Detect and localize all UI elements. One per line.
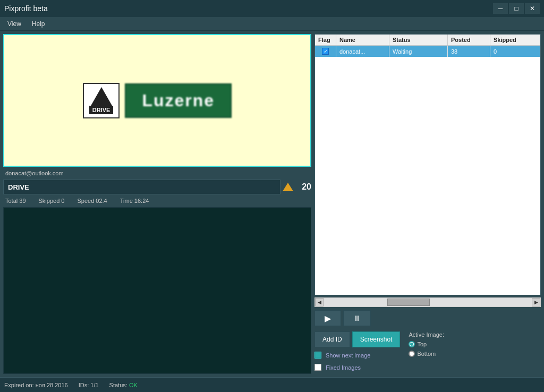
image-preview-inner: DRIVE Luzerne xyxy=(4,35,310,166)
row-checkbox[interactable]: ✓ xyxy=(322,48,329,55)
show-next-label: Show next image xyxy=(326,352,370,359)
luzerne-sign: Luzerne xyxy=(125,83,232,118)
table-row[interactable]: ✓ donacat... Waiting 38 0 xyxy=(315,46,540,57)
title-bar-controls: ─ □ ✕ xyxy=(493,3,540,14)
bottom-controls: Add ID Screenshot Show next image Fixed … xyxy=(314,329,541,374)
show-next-option: Show next image xyxy=(314,351,400,360)
radio-top-row[interactable]: Top xyxy=(409,341,444,347)
radio-bottom-label: Bottom xyxy=(417,351,436,357)
fixed-images-label: Fixed Images xyxy=(326,364,361,371)
email-label: donacat@outlook.com xyxy=(3,169,311,177)
pause-button[interactable]: ⏸ xyxy=(343,310,371,326)
scrollbar-thumb[interactable] xyxy=(387,299,430,306)
play-button[interactable]: ▶ xyxy=(314,310,341,326)
row-name: donacat... xyxy=(336,46,389,57)
col-flag: Flag xyxy=(315,35,336,45)
dark-preview xyxy=(3,207,311,374)
triangle-icon xyxy=(91,87,112,106)
horizontal-scrollbar[interactable]: ◀ ▶ xyxy=(314,297,541,307)
col-name: Name xyxy=(336,35,389,45)
menu-help[interactable]: Help xyxy=(28,19,49,29)
menu-bar: View Help xyxy=(0,17,544,31)
status-label: Status: OK xyxy=(109,382,138,388)
speed-stat: Speed 02.4 xyxy=(77,198,107,204)
drive-input[interactable] xyxy=(3,180,280,194)
active-image-label: Active Image: xyxy=(409,331,444,338)
table-body: ✓ donacat... Waiting 38 0 xyxy=(315,46,540,295)
scroll-right-arrow[interactable]: ▶ xyxy=(532,298,540,306)
triangle-up-icon[interactable] xyxy=(283,183,293,191)
button-group: Add ID Screenshot Show next image Fixed … xyxy=(314,331,400,372)
app-title: Pixprofit beta xyxy=(4,4,48,13)
fixed-images-option: Fixed Images xyxy=(314,363,400,372)
input-row: 20 xyxy=(3,180,311,194)
main-layout: DRIVE Luzerne donacat@outlook.com 20 Tot… xyxy=(0,31,544,377)
action-buttons: Add ID Screenshot xyxy=(314,331,400,347)
left-panel: DRIVE Luzerne donacat@outlook.com 20 Tot… xyxy=(3,34,311,374)
stats-row: Total 39 Skipped 0 Speed 02.4 Time 16:24 xyxy=(3,197,311,205)
status-value: OK xyxy=(129,382,138,388)
menu-view[interactable]: View xyxy=(3,19,26,29)
total-stat: Total 39 xyxy=(5,198,26,204)
col-posted: Posted xyxy=(448,35,490,45)
fixed-images-checkbox[interactable] xyxy=(314,364,321,371)
radio-bottom-icon[interactable] xyxy=(409,351,415,357)
col-status: Status xyxy=(389,35,448,45)
playback-controls: ▶ ⏸ xyxy=(314,309,541,327)
right-panel: Flag Name Status Posted Skipped ✓ donaca… xyxy=(314,34,541,374)
row-skipped: 0 xyxy=(490,46,540,57)
drive-sign-text: DRIVE xyxy=(89,106,114,114)
add-id-button[interactable]: Add ID xyxy=(314,331,350,347)
maximize-button[interactable]: □ xyxy=(509,3,524,14)
ids-label: IDs: 1/1 xyxy=(79,382,99,388)
row-posted: 38 xyxy=(448,46,490,57)
drive-sign: DRIVE xyxy=(83,83,120,118)
close-button[interactable]: ✕ xyxy=(525,3,540,14)
data-table: Flag Name Status Posted Skipped ✓ donaca… xyxy=(314,34,541,295)
expired-label: Expired on: ноя 28 2016 xyxy=(4,382,68,388)
screenshot-button[interactable]: Screenshot xyxy=(352,331,401,347)
radio-top-label: Top xyxy=(417,341,427,347)
status-bar: Expired on: ноя 28 2016 IDs: 1/1 Status:… xyxy=(0,377,544,392)
scroll-left-arrow[interactable]: ◀ xyxy=(315,298,324,306)
image-preview: DRIVE Luzerne xyxy=(3,34,311,167)
title-bar-left: Pixprofit beta xyxy=(4,4,48,13)
row-flag: ✓ xyxy=(315,46,336,57)
skipped-stat: Skipped 0 xyxy=(39,198,65,204)
radio-bottom-row[interactable]: Bottom xyxy=(409,351,444,357)
minimize-button[interactable]: ─ xyxy=(493,3,508,14)
active-image-panel: Active Image: Top Bottom xyxy=(409,331,444,357)
number-display: 20 xyxy=(295,182,311,192)
title-bar: Pixprofit beta ─ □ ✕ xyxy=(0,0,544,17)
table-header: Flag Name Status Posted Skipped xyxy=(315,35,540,46)
street-sign-container: DRIVE Luzerne xyxy=(78,78,237,124)
row-status: Waiting xyxy=(389,46,448,57)
radio-top-icon[interactable] xyxy=(409,341,415,347)
show-next-checkbox[interactable] xyxy=(314,352,321,359)
time-stat: Time 16:24 xyxy=(120,198,149,204)
col-skipped: Skipped xyxy=(490,35,540,45)
